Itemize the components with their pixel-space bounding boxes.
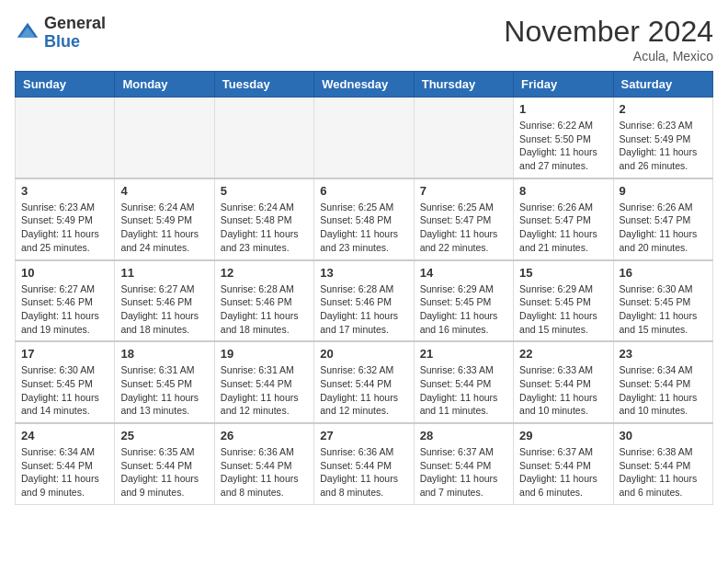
day-info: Sunrise: 6:36 AM Sunset: 5:44 PM Dayligh… (221, 445, 308, 500)
calendar-cell: 24Sunrise: 6:34 AM Sunset: 5:44 PM Dayli… (16, 423, 115, 504)
calendar-cell (414, 98, 513, 178)
location: Acula, Mexico (504, 49, 713, 63)
day-info: Sunrise: 6:30 AM Sunset: 5:45 PM Dayligh… (620, 282, 707, 337)
day-number: 10 (21, 266, 108, 280)
weekday-header-row: SundayMondayTuesdayWednesdayThursdayFrid… (16, 72, 713, 98)
day-number: 21 (420, 347, 507, 361)
calendar-cell: 11Sunrise: 6:27 AM Sunset: 5:46 PM Dayli… (115, 260, 214, 342)
weekday-header-saturday: Saturday (613, 72, 712, 98)
day-info: Sunrise: 6:23 AM Sunset: 5:49 PM Dayligh… (21, 201, 108, 255)
day-number: 23 (620, 347, 707, 361)
day-info: Sunrise: 6:26 AM Sunset: 5:47 PM Dayligh… (620, 201, 707, 255)
day-info: Sunrise: 6:34 AM Sunset: 5:44 PM Dayligh… (21, 445, 108, 500)
day-number: 16 (620, 266, 707, 280)
day-info: Sunrise: 6:29 AM Sunset: 5:45 PM Dayligh… (420, 282, 507, 337)
calendar-cell: 3Sunrise: 6:23 AM Sunset: 5:49 PM Daylig… (16, 178, 115, 260)
day-info: Sunrise: 6:33 AM Sunset: 5:44 PM Dayligh… (519, 363, 607, 418)
day-number: 9 (620, 184, 707, 198)
day-info: Sunrise: 6:31 AM Sunset: 5:45 PM Dayligh… (120, 363, 208, 418)
calendar-cell: 1Sunrise: 6:22 AM Sunset: 5:50 PM Daylig… (514, 98, 613, 178)
day-number: 20 (320, 347, 407, 361)
calendar-cell: 30Sunrise: 6:38 AM Sunset: 5:44 PM Dayli… (613, 423, 712, 504)
day-number: 30 (620, 429, 707, 442)
calendar-cell: 28Sunrise: 6:37 AM Sunset: 5:44 PM Dayli… (414, 423, 513, 504)
day-info: Sunrise: 6:24 AM Sunset: 5:49 PM Dayligh… (120, 201, 208, 255)
week-row-1: 1Sunrise: 6:22 AM Sunset: 5:50 PM Daylig… (16, 98, 713, 178)
calendar-cell: 23Sunrise: 6:34 AM Sunset: 5:44 PM Dayli… (613, 341, 712, 423)
calendar-cell (16, 98, 115, 178)
day-info: Sunrise: 6:27 AM Sunset: 5:46 PM Dayligh… (120, 282, 208, 337)
day-number: 2 (620, 102, 707, 116)
day-number: 17 (21, 347, 108, 361)
day-number: 13 (320, 266, 407, 280)
day-number: 27 (320, 429, 407, 442)
day-info: Sunrise: 6:27 AM Sunset: 5:46 PM Dayligh… (21, 282, 108, 337)
calendar-cell: 15Sunrise: 6:29 AM Sunset: 5:45 PM Dayli… (514, 260, 613, 342)
day-info: Sunrise: 6:29 AM Sunset: 5:45 PM Dayligh… (519, 282, 607, 337)
calendar-table: SundayMondayTuesdayWednesdayThursdayFrid… (15, 71, 713, 505)
calendar-cell (115, 98, 214, 178)
day-info: Sunrise: 6:22 AM Sunset: 5:50 PM Dayligh… (519, 119, 607, 173)
day-number: 18 (120, 347, 208, 361)
calendar-cell: 5Sunrise: 6:24 AM Sunset: 5:48 PM Daylig… (214, 178, 313, 260)
day-info: Sunrise: 6:35 AM Sunset: 5:44 PM Dayligh… (120, 445, 208, 500)
weekday-header-friday: Friday (514, 72, 613, 98)
day-info: Sunrise: 6:37 AM Sunset: 5:44 PM Dayligh… (420, 445, 507, 500)
calendar-cell (214, 98, 313, 178)
calendar-cell: 27Sunrise: 6:36 AM Sunset: 5:44 PM Dayli… (314, 423, 414, 504)
weekday-header-thursday: Thursday (414, 72, 513, 98)
calendar-cell: 10Sunrise: 6:27 AM Sunset: 5:46 PM Dayli… (16, 260, 115, 342)
month-title: November 2024 (504, 15, 713, 49)
calendar-cell: 20Sunrise: 6:32 AM Sunset: 5:44 PM Dayli… (314, 341, 414, 423)
day-number: 25 (120, 429, 208, 442)
day-number: 26 (221, 429, 308, 442)
week-row-5: 24Sunrise: 6:34 AM Sunset: 5:44 PM Dayli… (16, 423, 713, 504)
calendar-cell: 25Sunrise: 6:35 AM Sunset: 5:44 PM Dayli… (115, 423, 214, 504)
day-number: 11 (120, 266, 208, 280)
day-number: 12 (221, 266, 308, 280)
day-number: 6 (320, 184, 407, 198)
page-header: General Blue November 2024 Acula, Mexico (15, 15, 713, 63)
day-info: Sunrise: 6:26 AM Sunset: 5:47 PM Dayligh… (519, 201, 607, 255)
day-info: Sunrise: 6:34 AM Sunset: 5:44 PM Dayligh… (620, 363, 707, 418)
calendar-cell: 16Sunrise: 6:30 AM Sunset: 5:45 PM Dayli… (613, 260, 712, 342)
weekday-header-sunday: Sunday (16, 72, 115, 98)
day-number: 4 (120, 184, 208, 198)
day-info: Sunrise: 6:33 AM Sunset: 5:44 PM Dayligh… (420, 363, 507, 418)
calendar-cell: 18Sunrise: 6:31 AM Sunset: 5:45 PM Dayli… (115, 341, 214, 423)
calendar-cell (314, 98, 414, 178)
weekday-header-wednesday: Wednesday (314, 72, 414, 98)
calendar-cell: 12Sunrise: 6:28 AM Sunset: 5:46 PM Dayli… (214, 260, 313, 342)
logo: General Blue (15, 15, 106, 52)
calendar-cell: 21Sunrise: 6:33 AM Sunset: 5:44 PM Dayli… (414, 341, 513, 423)
calendar-cell: 7Sunrise: 6:25 AM Sunset: 5:47 PM Daylig… (414, 178, 513, 260)
day-number: 22 (519, 347, 607, 361)
calendar-cell: 6Sunrise: 6:25 AM Sunset: 5:48 PM Daylig… (314, 178, 414, 260)
calendar-cell: 13Sunrise: 6:28 AM Sunset: 5:46 PM Dayli… (314, 260, 414, 342)
calendar-cell: 26Sunrise: 6:36 AM Sunset: 5:44 PM Dayli… (214, 423, 313, 504)
day-number: 29 (519, 429, 607, 442)
day-info: Sunrise: 6:38 AM Sunset: 5:44 PM Dayligh… (620, 445, 707, 500)
day-number: 1 (519, 102, 607, 116)
day-info: Sunrise: 6:23 AM Sunset: 5:49 PM Dayligh… (620, 119, 707, 173)
day-number: 8 (519, 184, 607, 198)
day-number: 19 (221, 347, 308, 361)
day-info: Sunrise: 6:28 AM Sunset: 5:46 PM Dayligh… (221, 282, 308, 337)
day-number: 24 (21, 429, 108, 442)
day-info: Sunrise: 6:30 AM Sunset: 5:45 PM Dayligh… (21, 363, 108, 418)
day-number: 7 (420, 184, 507, 198)
week-row-4: 17Sunrise: 6:30 AM Sunset: 5:45 PM Dayli… (16, 341, 713, 423)
calendar-cell: 19Sunrise: 6:31 AM Sunset: 5:44 PM Dayli… (214, 341, 313, 423)
day-info: Sunrise: 6:36 AM Sunset: 5:44 PM Dayligh… (320, 445, 407, 500)
week-row-3: 10Sunrise: 6:27 AM Sunset: 5:46 PM Dayli… (16, 260, 713, 342)
week-row-2: 3Sunrise: 6:23 AM Sunset: 5:49 PM Daylig… (16, 178, 713, 260)
calendar-cell: 22Sunrise: 6:33 AM Sunset: 5:44 PM Dayli… (514, 341, 613, 423)
day-number: 14 (420, 266, 507, 280)
calendar-cell: 2Sunrise: 6:23 AM Sunset: 5:49 PM Daylig… (613, 98, 712, 178)
title-block: November 2024 Acula, Mexico (504, 15, 713, 63)
weekday-header-monday: Monday (115, 72, 214, 98)
calendar-cell: 29Sunrise: 6:37 AM Sunset: 5:44 PM Dayli… (514, 423, 613, 504)
calendar-cell: 14Sunrise: 6:29 AM Sunset: 5:45 PM Dayli… (414, 260, 513, 342)
day-number: 28 (420, 429, 507, 442)
day-info: Sunrise: 6:32 AM Sunset: 5:44 PM Dayligh… (320, 363, 407, 418)
